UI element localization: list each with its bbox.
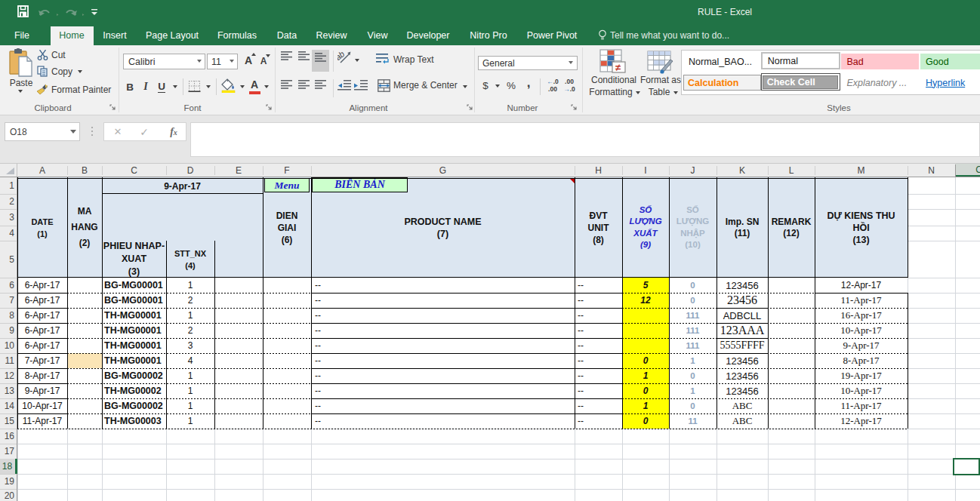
svg-text:≠: ≠	[615, 62, 621, 73]
svg-text:ab: ab	[337, 50, 347, 62]
